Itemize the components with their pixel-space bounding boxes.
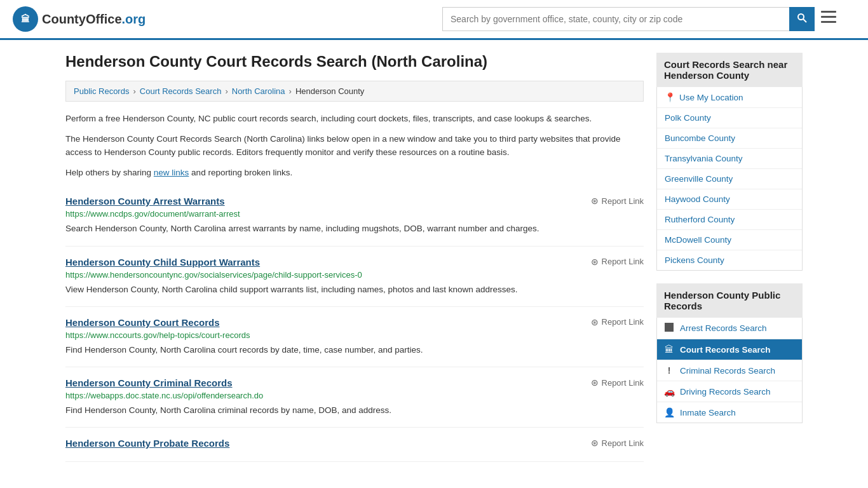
pub-record-link-3[interactable]: Driving Records Search <box>680 387 771 396</box>
menu-button[interactable] <box>821 11 836 27</box>
svg-rect-6 <box>821 21 836 23</box>
description-1: Perform a free Henderson County, NC publ… <box>65 112 644 126</box>
breadcrumb-sep-2: › <box>225 86 227 96</box>
results-container: Henderson County Arrest Warrants ⊛ Repor… <box>65 186 644 462</box>
breadcrumb: Public Records › Court Records Search › … <box>65 81 644 102</box>
sidebar-use-location[interactable]: 📍 Use My Location <box>657 87 802 108</box>
logo-icon: 🏛 <box>13 6 38 32</box>
search-button[interactable] <box>789 7 815 31</box>
result-item: Henderson County Probate Records ⊛ Repor… <box>65 428 644 462</box>
result-title-2[interactable]: Henderson County Court Records <box>65 317 220 328</box>
report-link-1[interactable]: ⊛ Report Link <box>591 257 644 267</box>
page-title: Henderson County Court Records Search (N… <box>65 53 644 71</box>
pub-icon-3: 🚗 <box>663 386 675 396</box>
nearby-county-link-4[interactable]: Haywood County <box>665 194 730 204</box>
svg-line-3 <box>803 19 806 22</box>
location-icon: 📍 <box>665 92 675 102</box>
result-title-4[interactable]: Henderson County Probate Records <box>65 438 229 449</box>
result-title-0[interactable]: Henderson County Arrest Warrants <box>65 196 225 207</box>
breadcrumb-sep-3: › <box>289 86 292 96</box>
description-2: The Henderson County Court Records Searc… <box>65 132 644 159</box>
nearby-county-link-1[interactable]: Buncombe County <box>665 133 735 143</box>
pub-record-link-0[interactable]: Arrest Records Search <box>680 323 767 333</box>
description-3: Help others by sharing new links and rep… <box>65 166 644 180</box>
public-record-item-0[interactable]: Arrest Records Search <box>657 318 802 339</box>
report-link-4[interactable]: ⊛ Report Link <box>591 438 644 448</box>
public-record-item-4[interactable]: 👤 Inmate Search <box>657 402 802 423</box>
result-header: Henderson County Probate Records ⊛ Repor… <box>65 438 644 449</box>
result-header: Henderson County Court Records ⊛ Report … <box>65 317 644 328</box>
sidebar-nearby-county[interactable]: Rutherford County <box>657 210 802 230</box>
content-area: Henderson County Court Records Search (N… <box>65 53 644 462</box>
breadcrumb-court-records[interactable]: Court Records Search <box>140 86 222 96</box>
result-item: Henderson County Criminal Records ⊛ Repo… <box>65 367 644 428</box>
logo-area: 🏛 CountyOffice.org <box>13 6 146 32</box>
public-records-list: Arrest Records Search 🏛 Court Records Se… <box>656 318 803 423</box>
report-icon: ⊛ <box>591 196 599 206</box>
sidebar-nearby-county[interactable]: Polk County <box>657 108 802 128</box>
result-url-3[interactable]: https://webapps.doc.state.nc.us/opi/offe… <box>65 391 644 400</box>
sidebar-nearby-county[interactable]: Pickens County <box>657 250 802 270</box>
result-header: Henderson County Criminal Records ⊛ Repo… <box>65 377 644 388</box>
result-item: Henderson County Child Support Warrants … <box>65 247 644 307</box>
sidebar-nearby-county[interactable]: McDowell County <box>657 230 802 250</box>
sidebar-nearby-county[interactable]: Haywood County <box>657 189 802 210</box>
pub-record-link-4[interactable]: Inmate Search <box>680 408 736 417</box>
svg-point-2 <box>798 14 804 20</box>
car-icon: 🚗 <box>664 386 675 396</box>
public-record-item-2[interactable]: ! Criminal Records Search <box>657 360 802 381</box>
result-item: Henderson County Arrest Warrants ⊛ Repor… <box>65 186 644 246</box>
result-desc-1: View Henderson County, North Carolina ch… <box>65 283 644 296</box>
breadcrumb-current: Henderson County <box>295 86 364 96</box>
report-icon: ⊛ <box>591 438 599 448</box>
report-link-0[interactable]: ⊛ Report Link <box>591 196 644 206</box>
result-url-0[interactable]: https://www.ncdps.gov/document/warrant-a… <box>65 209 644 219</box>
result-title-1[interactable]: Henderson County Child Support Warrants <box>65 257 260 268</box>
breadcrumb-sep-1: › <box>133 86 135 96</box>
nearby-county-link-0[interactable]: Polk County <box>665 113 711 123</box>
svg-rect-4 <box>821 11 836 13</box>
building-icon: 🏛 <box>665 344 674 355</box>
pub-record-link-1[interactable]: Court Records Search <box>680 345 771 355</box>
report-icon: ⊛ <box>591 377 599 388</box>
sidebar: Court Records Search near Henderson Coun… <box>656 53 803 462</box>
report-link-3[interactable]: ⊛ Report Link <box>591 377 644 388</box>
nearby-county-link-5[interactable]: Rutherford County <box>665 215 735 224</box>
person-icon: 👤 <box>664 407 675 417</box>
logo-text: CountyOffice.org <box>42 12 146 27</box>
pub-icon-1: 🏛 <box>663 344 675 355</box>
sidebar-nearby-section: Court Records Search near Henderson Coun… <box>656 53 803 271</box>
sidebar-nearby-header: Court Records Search near Henderson Coun… <box>656 53 803 87</box>
result-url-2[interactable]: https://www.nccourts.gov/help-topics/cou… <box>65 330 644 340</box>
report-link-2[interactable]: ⊛ Report Link <box>591 317 644 327</box>
nearby-county-link-7[interactable]: Pickens County <box>665 255 724 265</box>
sidebar-nearby-county[interactable]: Greenville County <box>657 169 802 189</box>
main-container: Henderson County Court Records Search (N… <box>53 40 815 475</box>
new-links-link[interactable]: new links <box>154 168 189 177</box>
result-title-3[interactable]: Henderson County Criminal Records <box>65 377 233 388</box>
sidebar-nearby-county[interactable]: Buncombe County <box>657 128 802 149</box>
breadcrumb-nc[interactable]: North Carolina <box>232 86 285 96</box>
result-item: Henderson County Court Records ⊛ Report … <box>65 307 644 367</box>
sidebar-nearby-county[interactable]: Transylvania County <box>657 149 802 169</box>
exclaim-icon: ! <box>668 365 671 376</box>
nearby-county-link-2[interactable]: Transylvania County <box>665 154 743 163</box>
breadcrumb-public-records[interactable]: Public Records <box>74 86 129 96</box>
pub-icon-0 <box>663 323 675 334</box>
public-record-item-3[interactable]: 🚗 Driving Records Search <box>657 381 802 402</box>
search-input[interactable] <box>442 7 789 31</box>
square-icon <box>665 323 674 332</box>
nearby-county-link-3[interactable]: Greenville County <box>665 174 733 184</box>
nearby-county-link-6[interactable]: McDowell County <box>665 235 731 245</box>
svg-text:🏛: 🏛 <box>21 13 30 24</box>
result-url-1[interactable]: https://www.hendersoncountync.gov/social… <box>65 270 644 280</box>
pub-record-link-2[interactable]: Criminal Records Search <box>680 366 775 376</box>
pub-icon-4: 👤 <box>663 407 675 417</box>
nearby-counties: Polk CountyBuncombe CountyTransylvania C… <box>657 108 802 270</box>
use-my-location-link[interactable]: Use My Location <box>679 93 743 102</box>
report-icon: ⊛ <box>591 257 599 267</box>
report-icon: ⊛ <box>591 317 599 327</box>
public-record-item-1[interactable]: 🏛 Court Records Search <box>657 339 802 360</box>
sidebar-nearby-list: 📍 Use My Location Polk CountyBuncombe Co… <box>656 87 803 271</box>
result-desc-3: Find Henderson County, North Carolina cr… <box>65 404 644 417</box>
